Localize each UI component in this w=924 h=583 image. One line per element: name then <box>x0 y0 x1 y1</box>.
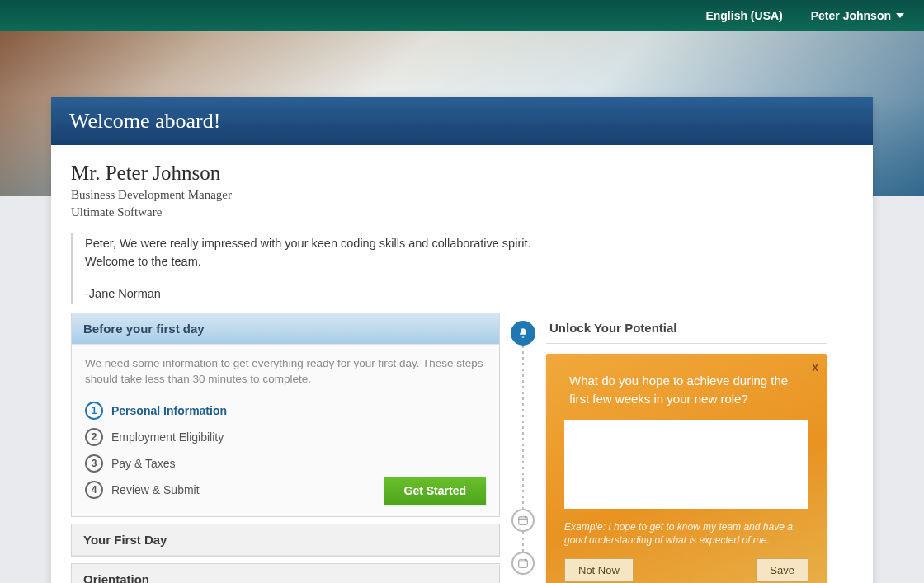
svg-rect-0 <box>519 517 528 524</box>
widget-title: Unlock Your Potential <box>546 313 827 344</box>
step-label: Pay & Taxes <box>111 457 176 470</box>
employee-name: Mr. Peter Johnson <box>71 162 853 185</box>
onboarding-step[interactable]: 3Pay & Taxes <box>85 450 486 477</box>
employee-company: Ultimate Software <box>71 205 853 219</box>
goal-card: x What do you hope to achieve during the… <box>546 354 827 583</box>
step-number: 1 <box>85 402 103 420</box>
calendar-icon <box>512 509 535 532</box>
goal-hint: Example: I hope to get to know my team a… <box>564 520 808 547</box>
card-title: Welcome aboard! <box>51 97 873 145</box>
language-selector[interactable]: English (USA) <box>705 9 782 22</box>
top-bar: English (USA) Peter Johnson <box>0 0 924 31</box>
close-icon[interactable]: x <box>812 360 818 374</box>
goal-question: What do you hope to achieve during the f… <box>564 372 808 408</box>
section-description: We need some information to get everythi… <box>85 356 486 388</box>
section-your-first-day[interactable]: Your First Day <box>71 524 500 557</box>
employee-role: Business Development Manager <box>71 188 853 202</box>
step-number: 2 <box>85 428 103 446</box>
step-label: Review & Submit <box>111 483 200 496</box>
section-header: Orientation <box>72 564 499 583</box>
svg-rect-1 <box>519 560 528 567</box>
section-header[interactable]: Before your first day <box>72 313 499 345</box>
welcome-card: Welcome aboard! Mr. Peter Johnson Busine… <box>51 97 873 583</box>
step-label: Employment Eligibility <box>111 430 224 444</box>
chevron-down-icon <box>896 13 904 18</box>
onboarding-step[interactable]: 1Personal Information <box>85 397 486 424</box>
section-before-first-day: Before your first day We need some infor… <box>71 313 500 517</box>
step-number: 4 <box>85 481 103 499</box>
welcome-message: Peter, We were really impressed with you… <box>71 233 599 304</box>
step-label: Personal Information <box>111 404 227 417</box>
section-orientation[interactable]: Orientation <box>71 563 500 583</box>
calendar-icon <box>512 552 535 575</box>
section-header: Your First Day <box>72 524 499 556</box>
step-number: 3 <box>85 454 103 473</box>
user-name-label: Peter Johnson <box>811 9 891 22</box>
timeline <box>500 313 546 575</box>
welcome-message-line: Peter, We were really impressed with you… <box>85 234 599 252</box>
onboarding-step[interactable]: 2Employment Eligibility <box>85 424 486 450</box>
save-button[interactable]: Save <box>756 558 808 582</box>
get-started-button[interactable]: Get Started <box>384 477 486 505</box>
not-now-button[interactable]: Not Now <box>564 558 634 582</box>
user-menu[interactable]: Peter Johnson <box>811 9 904 22</box>
goal-textarea[interactable] <box>564 420 808 509</box>
welcome-signature: -Jane Norman <box>85 284 599 303</box>
welcome-message-line: Welcome to the team. <box>85 252 599 270</box>
bell-icon <box>511 321 535 346</box>
